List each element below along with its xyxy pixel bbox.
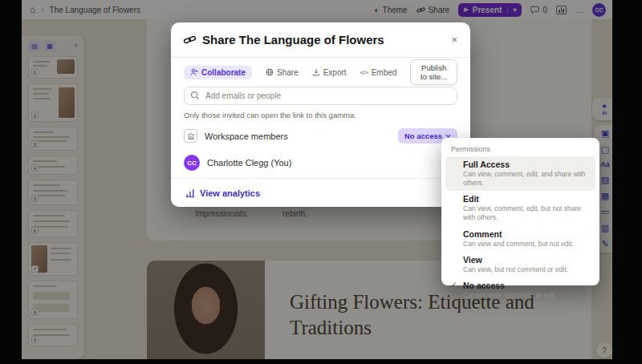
member-name: Charlotte Clegg (You) xyxy=(207,158,291,168)
menu-item-desc: Can view, comment, edit, but not share w… xyxy=(463,204,587,222)
bar-chart-icon xyxy=(185,188,195,197)
view-analytics-label: View analytics xyxy=(200,188,260,198)
tab-label: Share xyxy=(277,68,299,77)
menu-item-edit[interactable]: Edit Can view, comment, edit, but not sh… xyxy=(445,191,595,225)
check-icon: ✓ xyxy=(451,281,457,289)
invite-caption: Only those invited can open the link to … xyxy=(184,111,457,119)
search-icon xyxy=(190,91,200,100)
add-emails-input[interactable] xyxy=(184,87,457,105)
menu-item-label: No access xyxy=(463,280,587,291)
menu-item-label: Edit xyxy=(463,193,587,204)
menu-item-label: Full Access xyxy=(463,159,587,170)
close-icon[interactable]: × xyxy=(451,34,457,46)
workspace-members-row: Workspace members No access xyxy=(184,128,457,144)
tab-export[interactable]: Export xyxy=(312,68,347,77)
menu-item-desc: Can view and comment, but not edit. xyxy=(463,240,587,249)
app-window: ⌂ › The Language of Flowers ◐ Theme Shar… xyxy=(22,0,612,359)
menu-item-view[interactable]: View Can view, but not comment or edit. xyxy=(445,252,595,277)
member-row: CC Charlotte Clegg (You) xyxy=(184,155,457,171)
menu-item-label: View xyxy=(463,254,587,265)
tab-label: Embed xyxy=(372,68,397,77)
globe-icon xyxy=(266,68,274,76)
share-modal: Share The Language of Flowers × Collabor… xyxy=(171,22,470,207)
tab-share[interactable]: Share xyxy=(266,68,299,77)
tab-embed[interactable]: </> Embed xyxy=(360,68,397,77)
tab-label: Export xyxy=(323,68,347,77)
menu-item-desc: Can view, but not comment or edit. xyxy=(463,265,587,274)
workspace-members-label: Workspace members xyxy=(205,131,288,141)
tab-label: Collaborate xyxy=(201,68,246,77)
permissions-menu: Permissions Full Access Can view, commen… xyxy=(441,138,599,285)
link-icon xyxy=(184,34,196,46)
code-icon: </> xyxy=(360,69,368,76)
member-avatar: CC xyxy=(184,155,200,171)
workspace-icon xyxy=(184,129,197,143)
modal-title: Share The Language of Flowers xyxy=(202,33,384,47)
download-icon xyxy=(312,68,320,76)
permissions-menu-header: Permissions xyxy=(441,144,599,156)
tab-collaborate[interactable]: Collaborate xyxy=(184,66,252,79)
share-tabs: Collaborate Share Export </> Embed Publi… xyxy=(171,58,470,80)
menu-item-desc: Can view, comment, edit, and share with … xyxy=(463,170,587,188)
menu-item-comment[interactable]: Comment Can view and comment, but not ed… xyxy=(445,226,595,252)
menu-item-full-access[interactable]: Full Access Can view, comment, edit, and… xyxy=(445,156,595,191)
menu-item-label: Comment xyxy=(463,229,587,240)
publish-to-site-button[interactable]: Publish to site... xyxy=(410,59,457,85)
access-level-label: No access xyxy=(404,131,442,140)
view-analytics-button[interactable]: View analytics xyxy=(185,188,260,198)
menu-item-no-access[interactable]: ✓ No access Cannot view, comment, or edi… xyxy=(445,277,595,303)
person-plus-icon xyxy=(190,68,198,76)
menu-item-desc: Cannot view, comment, or edit. xyxy=(463,291,587,300)
